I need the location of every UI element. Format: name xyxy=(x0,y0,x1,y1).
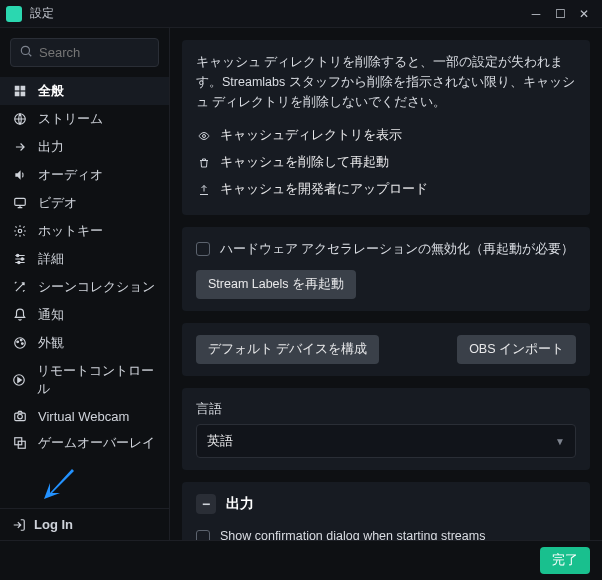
upload-icon xyxy=(196,184,212,196)
sidebar-item-video[interactable]: ビデオ xyxy=(0,189,169,217)
search-box[interactable] xyxy=(10,38,159,67)
hw-disable-label: ハードウェア アクセラレーションの無効化（再起動が必要） xyxy=(220,241,574,258)
confirm-start-label: Show confirmation dialog when starting s… xyxy=(220,529,485,540)
cache-action-show[interactable]: キャッシュディレクトリを表示 xyxy=(196,122,576,149)
sidebar-item-notifications[interactable]: 通知 xyxy=(0,301,169,329)
sidebar-item-label: ホットキー xyxy=(38,222,103,240)
checkbox[interactable] xyxy=(196,530,210,540)
svg-rect-7 xyxy=(15,198,26,205)
chevron-down-icon: ▼ xyxy=(555,436,565,447)
svg-point-13 xyxy=(17,341,19,343)
sidebar-item-label: ストリーム xyxy=(38,110,103,128)
cache-action-label: キャッシュを開発者にアップロード xyxy=(220,181,428,198)
language-selected: 英語 xyxy=(207,432,233,450)
sidebar-item-label: ゲームオーバーレイ xyxy=(38,434,155,452)
cache-action-upload[interactable]: キャッシュを開発者にアップロード xyxy=(196,176,576,203)
output-section-header: − 出力 xyxy=(196,494,576,514)
done-button[interactable]: 完了 xyxy=(540,547,590,574)
login-icon xyxy=(12,518,26,532)
configure-default-device-button[interactable]: デフォルト デバイスを構成 xyxy=(196,335,379,364)
sidebar: 全般 ストリーム 出力 オーディオ ビデオ ホットキー xyxy=(0,28,170,540)
confirm-start-row[interactable]: Show confirmation dialog when starting s… xyxy=(196,524,576,540)
svg-point-21 xyxy=(203,134,206,137)
grid-icon xyxy=(12,83,28,99)
play-circle-icon xyxy=(12,372,27,388)
sidebar-item-label: 全般 xyxy=(38,82,64,100)
cache-action-label: キャッシュディレクトリを表示 xyxy=(220,127,402,144)
svg-rect-5 xyxy=(21,92,26,97)
sidebar-item-hotkeys[interactable]: ホットキー xyxy=(0,217,169,245)
obs-import-button[interactable]: OBS インポート xyxy=(457,335,576,364)
svg-point-15 xyxy=(21,343,23,345)
sidebar-nav: 全般 ストリーム 出力 オーディオ ビデオ ホットキー xyxy=(0,75,169,459)
overlay-icon xyxy=(12,435,28,451)
restart-stream-labels-button[interactable]: Stream Labels を再起動 xyxy=(196,270,356,299)
device-card: デフォルト デバイスを構成 OBS インポート xyxy=(182,323,590,376)
search-input[interactable] xyxy=(39,45,150,60)
sliders-icon xyxy=(12,251,28,267)
export-icon xyxy=(12,139,28,155)
maximize-button[interactable]: ☐ xyxy=(548,4,572,24)
sidebar-item-audio[interactable]: オーディオ xyxy=(0,161,169,189)
output-card: − 出力 Show confirmation dialog when start… xyxy=(182,482,590,540)
collapse-toggle[interactable]: − xyxy=(196,494,216,514)
close-button[interactable]: ✕ xyxy=(572,4,596,24)
monitor-icon xyxy=(12,195,28,211)
output-header-label: 出力 xyxy=(226,495,254,513)
titlebar: 設定 ─ ☐ ✕ xyxy=(0,0,602,28)
sidebar-item-output[interactable]: 出力 xyxy=(0,133,169,161)
sidebar-item-label: リモートコントロール xyxy=(37,362,157,398)
language-label: 言語 xyxy=(196,400,576,418)
svg-rect-4 xyxy=(15,92,20,97)
cache-action-delete[interactable]: キャッシュを削除して再起動 xyxy=(196,149,576,176)
window-title: 設定 xyxy=(30,5,54,22)
svg-line-1 xyxy=(29,54,32,57)
sidebar-item-advanced[interactable]: 詳細 xyxy=(0,245,169,273)
sidebar-item-remote-control[interactable]: リモートコントロール xyxy=(0,357,169,403)
svg-point-14 xyxy=(20,339,22,341)
paint-icon xyxy=(12,335,28,351)
sidebar-item-label: 外観 xyxy=(38,334,64,352)
svg-rect-2 xyxy=(15,86,20,91)
cache-card: キャッシュ ディレクトリを削除すると、一部の設定が失われます。Streamlab… xyxy=(182,40,590,215)
sidebar-item-virtual-webcam[interactable]: Virtual Webcam xyxy=(0,403,169,429)
sidebar-item-general[interactable]: 全般 xyxy=(0,77,169,105)
cache-warning: キャッシュ ディレクトリを削除すると、一部の設定が失われます。Streamlab… xyxy=(196,52,576,112)
hw-card: ハードウェア アクセラレーションの無効化（再起動が必要） Stream Labe… xyxy=(182,227,590,311)
sidebar-item-label: ビデオ xyxy=(38,194,77,212)
svg-point-0 xyxy=(21,46,29,54)
search-icon xyxy=(19,44,39,61)
language-select[interactable]: 英語 ▼ xyxy=(196,424,576,458)
sidebar-item-label: 通知 xyxy=(38,306,64,324)
footer-bar: 完了 xyxy=(0,540,602,580)
sidebar-item-label: 出力 xyxy=(38,138,64,156)
minimize-button[interactable]: ─ xyxy=(524,4,548,24)
checkbox[interactable] xyxy=(196,242,210,256)
sidebar-item-game-overlay[interactable]: ゲームオーバーレイ xyxy=(0,429,169,457)
content-area: キャッシュ ディレクトリを削除すると、一部の設定が失われます。Streamlab… xyxy=(170,28,602,540)
svg-point-11 xyxy=(18,261,20,263)
sidebar-item-stream[interactable]: ストリーム xyxy=(0,105,169,133)
bell-icon xyxy=(12,307,28,323)
login-label: Log In xyxy=(34,517,73,532)
hw-disable-row[interactable]: ハードウェア アクセラレーションの無効化（再起動が必要） xyxy=(196,239,576,260)
sidebar-item-label: 詳細 xyxy=(38,250,64,268)
camera-icon xyxy=(12,408,28,424)
login-button[interactable]: Log In xyxy=(0,508,169,540)
volume-icon xyxy=(12,167,28,183)
sidebar-item-appearance[interactable]: 外観 xyxy=(0,329,169,357)
annotation-arrow xyxy=(42,465,78,510)
sidebar-item-label: シーンコレクション xyxy=(38,278,155,296)
trash-icon xyxy=(196,157,212,169)
wand-icon xyxy=(12,279,28,295)
svg-point-8 xyxy=(18,229,22,233)
svg-point-18 xyxy=(18,414,23,419)
sidebar-item-scene-collection[interactable]: シーンコレクション xyxy=(0,273,169,301)
sidebar-item-label: オーディオ xyxy=(38,166,103,184)
app-icon xyxy=(6,6,22,22)
language-card: 言語 英語 ▼ xyxy=(182,388,590,470)
eye-icon xyxy=(196,130,212,142)
sidebar-item-label: Virtual Webcam xyxy=(38,409,129,424)
svg-rect-3 xyxy=(21,86,26,91)
globe-icon xyxy=(12,111,28,127)
